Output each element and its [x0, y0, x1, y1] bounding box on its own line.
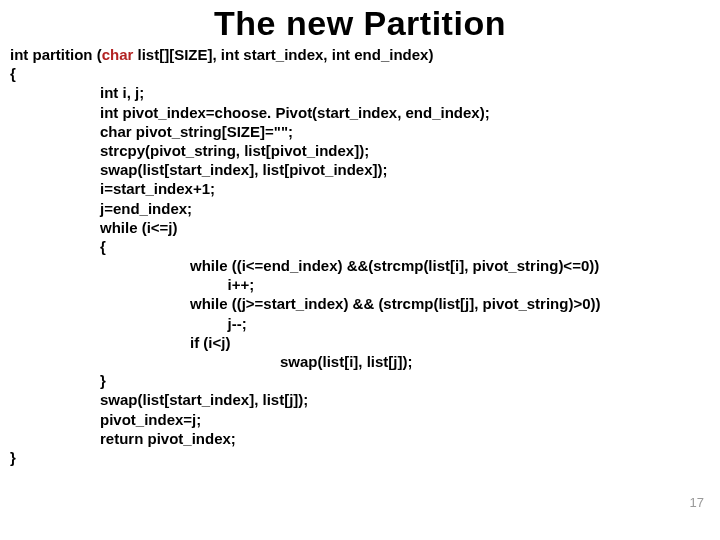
keyword-int: int [332, 46, 350, 63]
function-signature: int partition (char list[][SIZE], int st… [10, 45, 710, 64]
slide: The new Partition int partition (char li… [0, 0, 720, 540]
keyword-int: int [221, 46, 239, 63]
param-list-part1: list[][SIZE], [133, 46, 221, 63]
code-line: i++; [190, 275, 710, 294]
code-line: swap(list[i], list[j]); [280, 352, 710, 371]
code-line: } [100, 371, 710, 390]
code-line: char pivot_string[SIZE]=""; [100, 122, 710, 141]
param-end-index: end_index) [350, 46, 433, 63]
param-start-index: start_index, [239, 46, 332, 63]
keyword-int: int [10, 46, 28, 63]
keyword-char: char [102, 46, 134, 63]
code-line: int i, j; [100, 83, 710, 102]
code-line: while ((j>=start_index) && (strcmp(list[… [190, 294, 710, 313]
code-line: swap(list[start_index], list[pivot_index… [100, 160, 710, 179]
code-line: return pivot_index; [100, 429, 710, 448]
code-line: strcpy(pivot_string, list[pivot_index]); [100, 141, 710, 160]
brace-close: } [10, 448, 710, 467]
code-line: while (i<=j) [100, 218, 710, 237]
code-line: int pivot_index=choose. Pivot(start_inde… [100, 103, 710, 122]
code-line: j=end_index; [100, 199, 710, 218]
code-line: swap(list[start_index], list[j]); [100, 390, 710, 409]
code-line: j--; [190, 314, 710, 333]
code-line: if (i<j) [190, 333, 710, 352]
brace-open: { [10, 64, 710, 83]
fn-name: partition ( [28, 46, 101, 63]
slide-title: The new Partition [10, 4, 710, 43]
code-block: int partition (char list[][SIZE], int st… [10, 45, 710, 467]
code-line: pivot_index=j; [100, 410, 710, 429]
code-line: { [100, 237, 710, 256]
code-line: while ((i<=end_index) &&(strcmp(list[i],… [190, 256, 710, 275]
code-line: i=start_index+1; [100, 179, 710, 198]
page-number: 17 [690, 495, 704, 510]
